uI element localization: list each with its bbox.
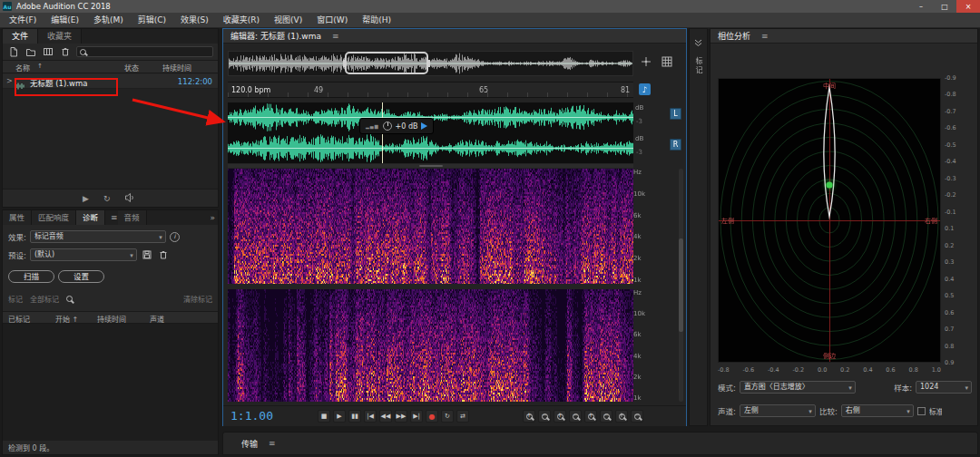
pan-tool-icon[interactable]	[641, 53, 652, 71]
phase-panel-title[interactable]: 相位分析	[718, 30, 750, 42]
channel-select[interactable]: 左侧	[740, 404, 816, 417]
waveform-display-right-channel[interactable]	[228, 133, 633, 163]
spectrogram-display-right[interactable]	[228, 289, 633, 402]
menu-item[interactable]: 多轨(M)	[86, 13, 131, 28]
collapsed-panel-tab[interactable]: 标记	[693, 57, 703, 75]
settings-button[interactable]: 设置	[58, 270, 104, 283]
editor-title[interactable]: 编辑器: 无标题 (1).wma	[230, 30, 321, 42]
zoom-full-button[interactable]: −	[631, 410, 643, 423]
samples-select[interactable]: 1024	[916, 381, 972, 394]
volume-hud[interactable]: ▂▄▆ +0 dB	[359, 118, 434, 134]
loop-preview-button[interactable]: ↻	[103, 194, 111, 203]
right-channel-button[interactable]: R	[670, 139, 681, 151]
find-marker-icon[interactable]	[66, 296, 73, 302]
menu-item[interactable]: 效果(S)	[173, 13, 216, 28]
tab-properties[interactable]: 属性	[3, 210, 32, 225]
tab-favorites[interactable]: 收藏夹	[38, 29, 82, 44]
open-folder-button[interactable]	[24, 45, 37, 58]
delete-file-button[interactable]	[59, 45, 72, 58]
tab-match-loudness[interactable]: 匹配响度	[32, 210, 76, 225]
close-button[interactable]: ×	[956, 0, 980, 13]
pin-hud-icon[interactable]	[421, 122, 427, 130]
import-file-button[interactable]	[7, 45, 20, 58]
mark-all-button[interactable]: 全部标记	[30, 294, 59, 304]
rewind-button[interactable]: ◀◀	[379, 410, 392, 423]
transport-panel-title[interactable]: 传输	[241, 438, 258, 450]
preview-play-button[interactable]: ▶	[83, 194, 89, 203]
zoom-in-amplitude-button[interactable]: +	[584, 410, 597, 423]
effect-select[interactable]: 标记音频	[30, 230, 166, 243]
column-channel[interactable]: 声道	[150, 314, 164, 324]
menu-item[interactable]: 文件(F)	[2, 13, 44, 28]
skip-to-end-button[interactable]: ▶|	[410, 410, 423, 423]
panel-menu-icon[interactable]: ≡	[332, 29, 339, 44]
menu-item[interactable]: 编辑(E)	[44, 13, 86, 28]
zoom-out-button[interactable]: −	[538, 410, 551, 423]
view-splitter-handle[interactable]	[228, 164, 633, 168]
axis-tick: -0.5	[945, 141, 956, 149]
skip-to-start-button[interactable]: |◀	[364, 410, 377, 423]
menu-item[interactable]: 剪辑(C)	[131, 13, 173, 28]
mode-select[interactable]: 直方图〈日志增放〉	[740, 381, 856, 394]
tab-files[interactable]: 文件	[3, 29, 38, 44]
skip-selection-button[interactable]: ⇄	[456, 410, 469, 423]
column-status[interactable]: 状态	[124, 63, 139, 73]
timeline-ruler[interactable]: 120.0 bpm 496581	[228, 82, 633, 98]
menu-item[interactable]: 视图(V)	[267, 13, 309, 28]
delete-preset-button[interactable]	[157, 248, 170, 261]
vertical-scrollbar[interactable]	[679, 169, 683, 402]
column-duration[interactable]: 持续时间	[162, 63, 191, 73]
time-display[interactable]: 1:1.00	[230, 409, 273, 423]
column-name[interactable]: 名称	[15, 63, 30, 73]
left-channel-button[interactable]: L	[670, 108, 681, 120]
tab-audio[interactable]: 音频	[118, 210, 147, 225]
grid-view-icon[interactable]	[662, 53, 672, 71]
panel-menu-icon[interactable]: ≡	[269, 436, 276, 451]
stop-button[interactable]: ■	[318, 410, 330, 423]
waveform-overview[interactable]	[228, 51, 633, 76]
zoom-in-time-button[interactable]: +	[554, 410, 566, 423]
zoom-out-amplitude-button[interactable]: −	[600, 410, 612, 423]
diagnostics-panel: 属性 匹配响度 诊断 ≡ 音频 » 效果: 标记音频 i 预设: (默认) 扫描…	[2, 209, 219, 455]
panel-menu-icon[interactable]: ≡	[761, 29, 769, 44]
preset-select[interactable]: (默认)	[30, 248, 137, 261]
overview-waveform-display[interactable]	[229, 52, 632, 75]
media-browser-button[interactable]	[42, 45, 54, 58]
clear-markers-button[interactable]: 清除标记	[183, 294, 212, 304]
tab-diagnostics[interactable]: 诊断	[76, 210, 105, 225]
tab-overflow-icon[interactable]: »	[210, 213, 215, 222]
hud-db-value[interactable]: +0 dB	[396, 122, 418, 131]
save-preset-button[interactable]	[141, 248, 153, 261]
maximize-button[interactable]: □	[933, 0, 956, 13]
auto-play-button[interactable]	[124, 193, 135, 204]
minimize-button[interactable]: –	[909, 0, 933, 13]
menu-item[interactable]: 窗口(W)	[309, 13, 355, 28]
mark-button[interactable]: 标记	[8, 294, 23, 304]
compare-select[interactable]: 右侧	[841, 404, 914, 417]
panel-menu-icon[interactable]: ≡	[111, 210, 118, 225]
scan-button[interactable]: 扫描	[8, 270, 54, 283]
overview-range-selector[interactable]	[345, 52, 428, 74]
expander-icon[interactable]: >	[6, 77, 13, 85]
menu-item[interactable]: 收藏夹(R)	[216, 13, 267, 28]
zoom-in-button[interactable]: +	[523, 410, 535, 423]
loop-playback-button[interactable]: ↻	[441, 410, 454, 423]
fast-forward-button[interactable]: ▶▶	[395, 410, 407, 423]
spectrogram-display-left[interactable]	[228, 169, 633, 284]
column-start[interactable]: 开始 ↑	[55, 314, 78, 324]
zoom-out-time-button[interactable]: −	[569, 410, 582, 423]
pause-button[interactable]: ▮▮	[348, 410, 361, 423]
menu-item[interactable]: 帮助(H)	[355, 13, 398, 28]
column-duration[interactable]: 持续时间	[97, 314, 126, 324]
zoom-to-selection-button[interactable]: +	[615, 410, 628, 423]
record-button[interactable]: ●	[426, 410, 438, 423]
column-marked[interactable]: 已标记	[8, 314, 30, 324]
normalize-checkbox[interactable]	[917, 407, 926, 415]
play-button[interactable]: ▶	[333, 410, 346, 423]
volume-knob[interactable]	[383, 122, 392, 131]
metronome-button[interactable]: ♪	[639, 83, 651, 95]
info-icon[interactable]: i	[170, 232, 180, 242]
search-input[interactable]	[76, 46, 213, 57]
db-label: dB	[635, 135, 643, 142]
chevron-down-icon[interactable]	[694, 34, 702, 51]
